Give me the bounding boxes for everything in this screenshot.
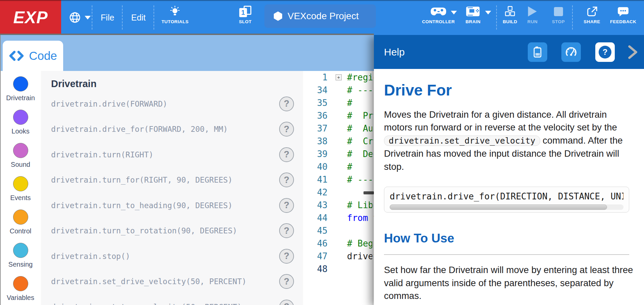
command-help-icon[interactable]: ? <box>279 122 294 137</box>
dashboard-button[interactable] <box>561 42 581 62</box>
file-menu-button[interactable]: File <box>101 0 114 35</box>
stop-square-icon <box>554 5 563 18</box>
line-number: 44 <box>303 212 328 224</box>
run-play-icon <box>528 5 537 18</box>
chevron-down-icon <box>85 16 91 20</box>
share-icon <box>586 5 598 18</box>
line-number: 48 <box>303 263 328 275</box>
command-snippet[interactable]: drivetrain.turn_to_heading(90, DEGREES) <box>51 201 232 210</box>
command-snippet[interactable]: drivetrain.drive(FORWARD) <box>51 100 167 108</box>
device-info-button[interactable] <box>528 42 547 62</box>
command-snippet[interactable]: drivetrain.set_drive_velocity(50, PERCEN… <box>51 277 247 286</box>
command-panel-heading: Drivetrain <box>41 71 303 91</box>
question-mark-icon: ? <box>599 46 611 59</box>
brain-chevron-down-icon[interactable] <box>485 11 491 14</box>
code-body: # Au <box>347 123 373 134</box>
share-button[interactable]: SHARE <box>584 0 600 35</box>
horizontal-scrollbar-track[interactable] <box>390 204 624 210</box>
code-body: # De <box>347 149 373 159</box>
code-tab-label: Code <box>29 49 57 63</box>
sidebar-category[interactable]: Sound <box>0 139 41 172</box>
language-menu-button[interactable] <box>65 0 95 35</box>
sidebar-category[interactable]: Variables <box>0 272 41 305</box>
feedback-button[interactable]: FEEDBACK <box>610 0 636 35</box>
category-color-dot <box>13 276 28 291</box>
editor-scrollbar-track[interactable] <box>372 71 373 305</box>
editor-scrollbar-thumb[interactable] <box>363 191 374 194</box>
project-title: VEXcode Project <box>288 11 359 22</box>
tutorials-button[interactable]: TUTORIALS <box>162 0 189 35</box>
code-keyword: from <box>347 213 368 223</box>
project-name-button[interactable]: VEXcode Project <box>264 4 376 28</box>
command-help-icon[interactable]: ? <box>279 249 294 264</box>
command-snippet[interactable]: drivetrain.stop() <box>51 252 130 261</box>
window-divider <box>0 34 374 35</box>
sidebar-category[interactable]: Control <box>0 205 41 239</box>
slot-button[interactable]: 1 SLOT <box>239 0 252 35</box>
inline-code: drivetrain.set_drive_velocity <box>384 136 540 146</box>
how-to-use-heading: How To Use <box>384 231 634 245</box>
sidebar-category[interactable]: Events <box>0 172 41 205</box>
line-number: 38 <box>303 135 328 148</box>
command-help-icon[interactable]: ? <box>279 223 294 238</box>
help-panel-header: Help <box>374 35 644 69</box>
command-row: drivetrain.turn_to_heading(90, DEGREES) … <box>41 193 303 218</box>
command-row: drivetrain.set_drive_velocity(50, PERCEN… <box>41 269 303 295</box>
exp-logo-text: EXP <box>13 8 48 27</box>
line-number: 46 <box>303 237 328 250</box>
fold-expand-icon[interactable]: + <box>336 74 342 80</box>
code-body: # Pr <box>347 111 373 121</box>
sidebar-category[interactable]: Looks <box>0 106 41 139</box>
sidebar-category[interactable]: Sensing <box>0 239 41 272</box>
hexagon-icon <box>274 11 282 21</box>
code-body: # Cr <box>347 136 373 146</box>
code-brackets-icon <box>9 50 24 61</box>
command-snippet[interactable]: drivetrain.set_turn_velocity(50, PERCENT… <box>51 303 242 305</box>
command-help-icon[interactable]: ? <box>279 300 294 305</box>
command-row: drivetrain.stop() ? <box>41 243 303 269</box>
signature-box: drivetrain.drive_for(DIRECTION, DISTANCE… <box>384 187 629 213</box>
gauge-icon <box>565 46 577 59</box>
window-border-top <box>0 0 644 1</box>
collapse-panel-chevron-icon[interactable] <box>627 44 639 60</box>
category-label: Variables <box>7 294 34 302</box>
command-help-icon[interactable]: ? <box>279 173 294 187</box>
edit-menu-button[interactable]: Edit <box>131 0 145 35</box>
help-content: Drive For Moves the Drivetrain for a giv… <box>374 69 644 305</box>
brain-label: BRAIN <box>466 19 481 24</box>
command-snippet[interactable]: drivetrain.turn_for(RIGHT, 90, DEGREES) <box>51 176 232 184</box>
slot-label: SLOT <box>239 19 252 24</box>
stop-label: STOP <box>552 19 565 24</box>
tutorials-label: TUTORIALS <box>162 19 189 24</box>
code-text: # <box>347 97 352 109</box>
command-help-icon[interactable]: ? <box>279 274 294 289</box>
command-help-icon[interactable]: ? <box>279 147 294 162</box>
description-text: Moves the Drivetrain for a given distanc… <box>384 109 617 133</box>
command-snippet[interactable]: drivetrain.turn_to_rotation(90, DEGREES) <box>51 226 237 235</box>
build-button[interactable]: BUILD <box>503 0 517 35</box>
vexcode-app: EXP File Edit <box>0 0 644 305</box>
controller-chevron-down-icon[interactable] <box>451 11 457 14</box>
brain-button[interactable]: BRAIN <box>466 0 481 35</box>
command-help-icon[interactable]: ? <box>279 97 294 111</box>
command-snippet[interactable]: drivetrain.turn(RIGHT) <box>51 150 154 159</box>
category-sidebar: Drivetrain Looks Sound Events Control <box>0 71 41 305</box>
tab-code[interactable]: Code <box>3 41 63 71</box>
run-label: RUN <box>527 19 538 24</box>
help-button[interactable]: ? <box>595 42 615 62</box>
category-color-dot <box>13 176 28 191</box>
globe-icon <box>69 12 81 23</box>
category-color-dot <box>13 243 28 258</box>
code-text: # <box>347 160 352 173</box>
line-number: 39 <box>303 148 328 160</box>
line-number: 47 <box>303 250 328 263</box>
horizontal-scrollbar-thumb[interactable] <box>390 204 607 210</box>
share-label: SHARE <box>584 19 600 24</box>
code-text: # Pr <box>347 109 373 122</box>
controller-button[interactable]: CONTROLLER <box>422 0 455 35</box>
sidebar-category[interactable]: Drivetrain <box>0 72 41 106</box>
toolbar-separator <box>92 5 92 30</box>
command-help-icon[interactable]: ? <box>279 198 294 213</box>
slot-number: 1 <box>239 8 247 17</box>
command-snippet[interactable]: drivetrain.drive_for(FORWARD, 200, MM) <box>51 125 228 134</box>
